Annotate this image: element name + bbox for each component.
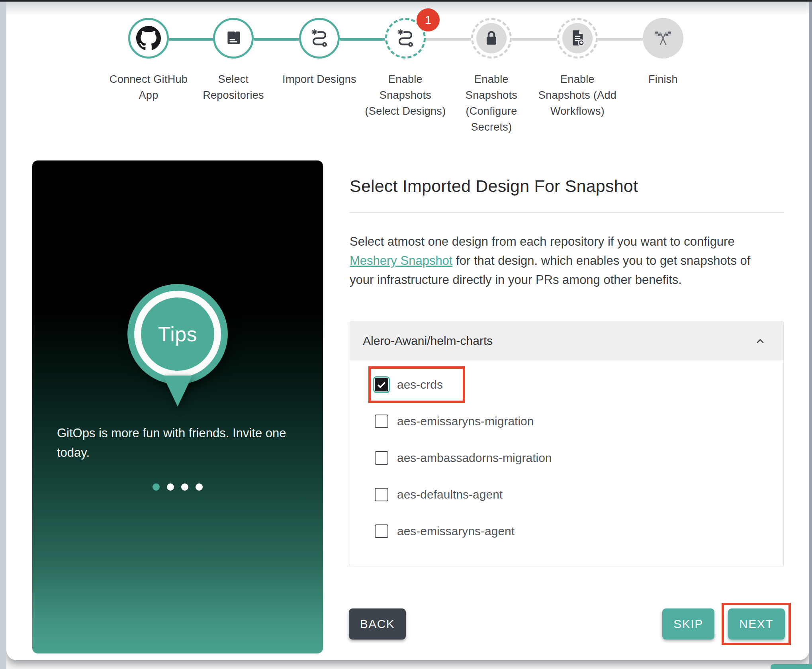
description-before-link: Select atmost one design from each repos… xyxy=(350,235,735,248)
annotation-box: aes-defaultns-agent xyxy=(368,476,525,513)
annotation-box: aes-emissaryns-migration xyxy=(368,403,556,440)
tips-carousel-dots xyxy=(32,483,323,491)
step-label: Enable Snapshots (Add Workflows) xyxy=(534,71,621,119)
page-scrollbar[interactable] xyxy=(809,2,812,669)
title-divider xyxy=(350,212,784,213)
stepper-step: Connect GitHub App xyxy=(105,18,192,103)
tips-badge-label: Tips xyxy=(158,322,197,346)
lock-icon xyxy=(482,29,501,48)
repository-accordion: Alero-Awani/helm-charts aes-crds xyxy=(350,321,784,567)
stepper-step: Select Repositories xyxy=(190,18,277,103)
tips-badge: Tips xyxy=(127,284,228,384)
chevron-up-icon[interactable] xyxy=(755,336,766,347)
step-label: Select Repositories xyxy=(190,71,277,103)
route-icon xyxy=(395,28,415,48)
stepper-step-circle[interactable] xyxy=(213,18,254,59)
tips-message: GitOps is more fun with friends. Invite … xyxy=(57,423,312,462)
stepper-connector xyxy=(169,38,214,41)
stepper-step: Finish xyxy=(619,18,707,87)
carousel-dot[interactable] xyxy=(153,483,160,491)
annotation-box: aes-crds xyxy=(368,366,465,403)
page-title: Select Imported Design For Snapshot xyxy=(350,176,788,196)
design-checkbox[interactable] xyxy=(375,451,388,465)
stepper-step-circle[interactable] xyxy=(471,18,512,59)
step-label: Finish xyxy=(619,71,707,87)
design-row: aes-emissaryns-agent xyxy=(368,513,783,550)
annotation-box: aes-ambassadorns-migration xyxy=(368,440,574,476)
window-top-edge xyxy=(0,0,812,2)
stepper-step: Import Designs xyxy=(276,18,363,87)
step-label: Connect GitHub App xyxy=(105,71,192,103)
design-row: aes-crds xyxy=(368,366,783,403)
tips-panel: Tips GitOps is more fun with friends. In… xyxy=(32,160,323,653)
design-checkbox[interactable] xyxy=(375,488,388,501)
document-add-icon xyxy=(567,28,587,48)
design-row: aes-emissaryns-migration xyxy=(368,403,783,440)
meshery-snapshot-link[interactable]: Meshery Snapshot xyxy=(350,254,452,268)
stepper-connector xyxy=(254,38,299,41)
annotation-box-next: NEXT xyxy=(722,603,791,645)
bottom-right-accent-bar xyxy=(771,664,812,669)
tips-badge-tail xyxy=(163,376,192,407)
design-checkbox[interactable] xyxy=(375,524,388,538)
stepper-connector xyxy=(512,38,557,41)
design-label: aes-emissaryns-agent xyxy=(397,524,515,538)
stepper-connector xyxy=(598,38,643,41)
stepper-step: Enable Snapshots (Configure Secrets) xyxy=(448,18,535,135)
step-notification-badge: 1 xyxy=(417,8,440,31)
stepper-connector xyxy=(340,38,385,41)
stepper-step: Enable Snapshots (Add Workflows) xyxy=(534,18,621,119)
stepper-step: 1 Enable Snapshots (Select Designs) xyxy=(362,18,449,119)
repository-accordion-header[interactable]: Alero-Awani/helm-charts xyxy=(350,321,783,360)
description-text: Select atmost one design from each repos… xyxy=(350,232,754,290)
design-label: aes-emissaryns-migration xyxy=(397,415,534,428)
wizard-card: Connect GitHub App xyxy=(6,1,809,660)
stepper-step-circle[interactable] xyxy=(557,18,598,59)
stepper-step-circle[interactable] xyxy=(643,18,683,59)
design-checkbox[interactable] xyxy=(375,378,388,391)
carousel-dot[interactable] xyxy=(196,483,203,491)
stepper-step-circle[interactable] xyxy=(299,18,340,59)
design-label: aes-defaultns-agent xyxy=(397,488,503,501)
step-label: Enable Snapshots (Configure Secrets) xyxy=(448,71,535,135)
stepper-connector xyxy=(426,38,471,41)
annotation-box: aes-emissaryns-agent xyxy=(368,513,537,550)
design-row: aes-defaultns-agent xyxy=(368,476,783,513)
finish-flags-icon xyxy=(653,28,673,48)
repository-icon xyxy=(223,28,243,48)
design-list: aes-crds aes-emissaryns-migration xyxy=(350,360,783,550)
design-checkbox[interactable] xyxy=(375,415,388,428)
skip-button[interactable]: SKIP xyxy=(662,608,714,640)
next-button[interactable]: NEXT xyxy=(728,608,785,640)
page-left-gutter xyxy=(0,2,6,669)
design-row: aes-ambassadorns-migration xyxy=(368,440,783,476)
route-icon xyxy=(309,28,329,48)
design-label: aes-ambassadorns-migration xyxy=(397,451,552,465)
wizard-screen: Connect GitHub App xyxy=(0,0,812,669)
back-button[interactable]: BACK xyxy=(349,608,406,640)
step-label: Enable Snapshots (Select Designs) xyxy=(362,71,449,119)
step-label: Import Designs xyxy=(276,71,363,87)
design-label: aes-crds xyxy=(397,378,443,391)
repository-name: Alero-Awani/helm-charts xyxy=(363,334,493,348)
stepper-step-circle[interactable] xyxy=(128,18,169,59)
carousel-dot[interactable] xyxy=(181,483,188,491)
wizard-stepper: Connect GitHub App xyxy=(6,18,809,137)
github-icon xyxy=(136,26,161,51)
carousel-dot[interactable] xyxy=(167,483,174,491)
